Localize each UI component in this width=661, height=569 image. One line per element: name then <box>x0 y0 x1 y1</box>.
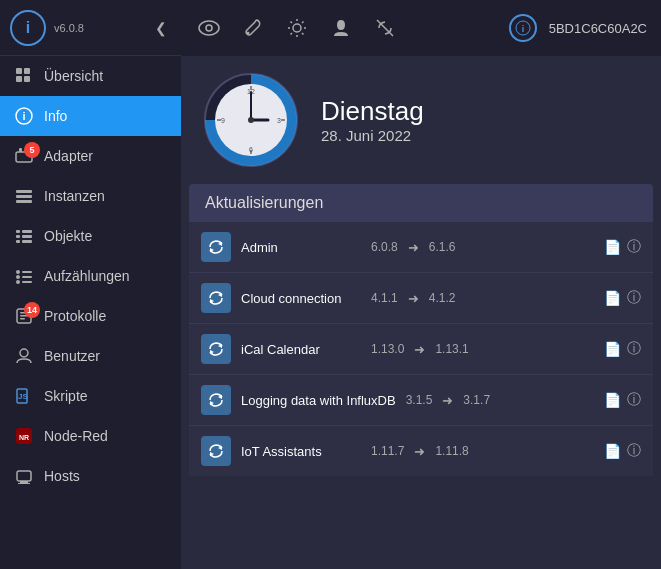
app-logo: i <box>10 10 46 46</box>
sidebar-item-label: Skripte <box>44 388 88 404</box>
svg-rect-11 <box>16 200 32 203</box>
update-to: 4.1.2 <box>429 291 456 305</box>
update-row: Logging data with InfluxDB 3.1.5 ➜ 3.1.7… <box>189 375 653 426</box>
svg-rect-1 <box>24 68 30 74</box>
svg-rect-0 <box>16 68 22 74</box>
sidebar-item-hosts[interactable]: Hosts <box>0 456 181 496</box>
sidebar-item-label: Benutzer <box>44 348 100 364</box>
arrow-right-icon: ➜ <box>408 240 419 255</box>
update-from: 3.1.5 <box>406 393 433 407</box>
sidebar-item-protokolle[interactable]: 14 Protokolle <box>0 296 181 336</box>
wrench-icon[interactable] <box>239 14 267 42</box>
svg-text:3: 3 <box>277 117 281 124</box>
info-icon: i <box>14 106 34 126</box>
info-detail-icon[interactable]: ⓘ <box>627 442 641 460</box>
svg-rect-16 <box>16 240 20 243</box>
sidebar-item-label: Adapter <box>44 148 93 164</box>
sidebar-item-uebersicht[interactable]: Übersicht <box>0 56 181 96</box>
svg-rect-33 <box>17 471 31 481</box>
svg-rect-17 <box>22 240 32 243</box>
svg-text:NR: NR <box>19 434 29 441</box>
changelog-icon[interactable]: 📄 <box>604 341 621 357</box>
svg-point-37 <box>206 25 212 31</box>
svg-point-20 <box>16 275 20 279</box>
device-id: 5BD1C6C60A2C <box>549 21 647 36</box>
sidebar-item-benutzer[interactable]: Benutzer <box>0 336 181 376</box>
info-detail-icon[interactable]: ⓘ <box>627 238 641 256</box>
svg-text:JS: JS <box>18 392 28 401</box>
node-red-icon: NR <box>14 426 34 446</box>
toolbar: i 5BD1C6C60A2C <box>181 0 661 56</box>
update-name: Cloud connection <box>241 291 361 306</box>
aufzaehlungen-icon <box>14 266 34 286</box>
svg-rect-13 <box>22 230 32 233</box>
svg-point-22 <box>16 280 20 284</box>
person-icon[interactable] <box>327 14 355 42</box>
update-button-iot[interactable] <box>201 436 231 466</box>
changelog-icon[interactable]: 📄 <box>604 443 621 459</box>
svg-rect-27 <box>20 318 25 320</box>
sidebar-item-label: Instanzen <box>44 188 105 204</box>
svg-rect-2 <box>16 76 22 82</box>
sidebar-collapse-button[interactable]: ❮ <box>151 16 171 40</box>
sidebar-item-instanzen[interactable]: Instanzen <box>0 176 181 216</box>
skripte-icon: JS <box>14 386 34 406</box>
update-actions: 📄 ⓘ <box>604 340 641 358</box>
sidebar-item-label: Objekte <box>44 228 92 244</box>
date-info: Dienstag 28. Juni 2022 <box>321 96 424 144</box>
grid-icon <box>14 66 34 86</box>
svg-rect-12 <box>16 230 20 233</box>
arrow-right-icon: ➜ <box>442 393 453 408</box>
update-to: 3.1.7 <box>463 393 490 407</box>
svg-rect-21 <box>22 276 32 278</box>
update-button-cloud[interactable] <box>201 283 231 313</box>
sidebar-item-adapter[interactable]: 5 Adapter <box>0 136 181 176</box>
update-row: Admin 6.0.8 ➜ 6.1.6 📄 ⓘ <box>189 222 653 273</box>
changelog-icon[interactable]: 📄 <box>604 392 621 408</box>
update-actions: 📄 ⓘ <box>604 289 641 307</box>
update-to: 1.13.1 <box>435 342 468 356</box>
update-button-influxdb[interactable] <box>201 385 231 415</box>
update-actions: 📄 ⓘ <box>604 238 641 256</box>
svg-text:i: i <box>521 24 524 34</box>
sidebar-item-objekte[interactable]: Objekte <box>0 216 181 256</box>
svg-text:6: 6 <box>249 146 253 153</box>
instanzen-icon <box>14 186 34 206</box>
brightness-icon[interactable] <box>283 14 311 42</box>
update-button-ical[interactable] <box>201 334 231 364</box>
update-button-admin[interactable] <box>201 232 231 262</box>
eye-icon[interactable] <box>195 14 223 42</box>
clock-widget: 12 3 6 9 <box>201 70 301 170</box>
update-to: 6.1.6 <box>429 240 456 254</box>
update-from: 1.11.7 <box>371 444 404 458</box>
svg-rect-14 <box>16 235 20 238</box>
info-detail-icon[interactable]: ⓘ <box>627 340 641 358</box>
svg-rect-23 <box>22 281 32 283</box>
svg-point-63 <box>248 117 254 123</box>
arrow-right-icon: ➜ <box>408 291 419 306</box>
device-logo: i <box>509 14 537 42</box>
update-actions: 📄 ⓘ <box>604 391 641 409</box>
svg-rect-9 <box>16 190 32 193</box>
sidebar-item-aufzaehlungen[interactable]: Aufzählungen <box>0 256 181 296</box>
svg-point-36 <box>199 21 219 35</box>
info-detail-icon[interactable]: ⓘ <box>627 289 641 307</box>
info-detail-icon[interactable]: ⓘ <box>627 391 641 409</box>
sidebar-item-label: Node-Red <box>44 428 108 444</box>
sidebar-item-label: Info <box>44 108 67 124</box>
sidebar-item-info[interactable]: i Info <box>0 96 181 136</box>
update-row: IoT Assistants 1.11.7 ➜ 1.11.8 📄 ⓘ <box>189 426 653 476</box>
update-row: iCal Calendar 1.13.0 ➜ 1.13.1 📄 ⓘ <box>189 324 653 375</box>
svg-rect-35 <box>18 483 30 484</box>
sidebar-item-node-red[interactable]: NR Node-Red <box>0 416 181 456</box>
sync-off-icon[interactable] <box>371 14 399 42</box>
changelog-icon[interactable]: 📄 <box>604 290 621 306</box>
svg-line-46 <box>302 22 304 24</box>
changelog-icon[interactable]: 📄 <box>604 239 621 255</box>
adapter-badge: 5 <box>24 142 40 158</box>
update-name: Admin <box>241 240 361 255</box>
update-name: Logging data with InfluxDB <box>241 393 396 408</box>
svg-point-38 <box>247 32 250 35</box>
sidebar-item-skripte[interactable]: JS Skripte <box>0 376 181 416</box>
svg-text:i: i <box>22 110 25 122</box>
